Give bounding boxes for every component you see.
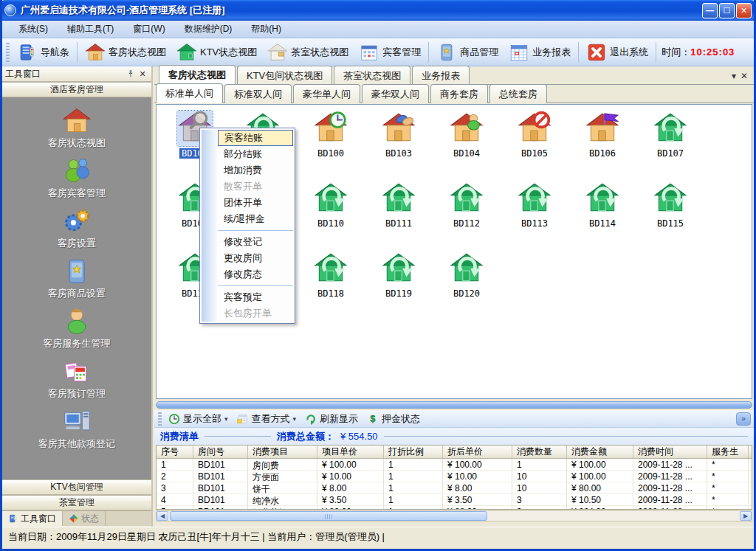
scrollbar-thumb[interactable]	[170, 511, 487, 521]
toolbar-button-house-green[interactable]: KTV状态视图	[171, 41, 262, 64]
table-cell: ¥ 88.00	[317, 506, 384, 510]
table-row[interactable]: 3BD101饼干¥ 8.001¥ 8.0010¥ 80.002009-11-28…	[157, 482, 752, 494]
toolbar-button-house-white[interactable]: 茶室状态视图	[262, 41, 354, 64]
tab-业务报表[interactable]: 业务报表	[412, 66, 470, 85]
column-header-2[interactable]: 消费项目	[248, 446, 317, 458]
room-BD112[interactable]: BD112	[433, 179, 501, 249]
sidebar-group-ktv[interactable]: KTV包间管理	[2, 479, 151, 495]
menu-item-4[interactable]: 帮助(H)	[242, 21, 290, 38]
room-BD120[interactable]: BD120	[433, 249, 501, 319]
column-header-4[interactable]: 打折比例	[384, 446, 443, 458]
toolbar-button-exit[interactable]: 退出系统	[581, 41, 653, 64]
sidebar-group-tearoom[interactable]: 茶室管理	[2, 495, 151, 510]
pin-icon[interactable]	[125, 69, 137, 80]
table-cell: ¥ 88.00	[443, 506, 512, 510]
close-icon[interactable]: ✕	[137, 69, 148, 80]
context-menu-item-4[interactable]: 团体开单	[218, 195, 293, 211]
toolbar-button-report[interactable]: 业务报表	[504, 41, 576, 64]
toolbar-button-goods[interactable]: 商品管理	[431, 41, 504, 64]
context-menu-item-8[interactable]: 更改房间	[218, 250, 293, 266]
table-cell: *	[707, 471, 749, 482]
sidebar-bottom-tab-0[interactable]: 工具窗口	[2, 511, 63, 526]
menu-item-1[interactable]: 辅助工具(T)	[58, 21, 123, 38]
menu-item-3[interactable]: 数据维护(D)	[176, 21, 241, 38]
column-header-6[interactable]: 消费数量	[512, 446, 567, 458]
column-header-8[interactable]: 消费时间	[633, 446, 707, 458]
room-type-tab-5[interactable]: 总统套房	[489, 84, 547, 103]
sidebar-item-6[interactable]: 客房预订管理	[48, 357, 106, 401]
room-type-tab-2[interactable]: 豪华单人间	[293, 84, 360, 103]
room-BD115[interactable]: BD115	[636, 179, 704, 249]
toolbar-gripper[interactable]	[6, 43, 10, 62]
context-menu-item-7[interactable]: 修改登记	[218, 234, 293, 250]
sidebar-item-2[interactable]: 客房宾客管理	[48, 156, 106, 200]
bottom-toolbar-button-3[interactable]: $押金状态	[362, 411, 425, 427]
column-header-3[interactable]: 项目单价	[317, 446, 384, 458]
sidebar-group-hotel-rooms[interactable]: 酒店客房管理	[2, 82, 151, 97]
toolbar-button-calendar[interactable]: 宾客管理	[354, 41, 426, 64]
menu-item-2[interactable]: 窗口(W)	[124, 21, 173, 38]
column-header-5[interactable]: 折后单价	[443, 446, 512, 458]
context-menu-item-11[interactable]: 宾客预定	[218, 289, 293, 305]
room-panel-hscrollbar[interactable]	[156, 401, 752, 409]
tab-客房状态视图[interactable]: 客房状态视图	[159, 65, 236, 85]
close-button[interactable]: ✕	[736, 3, 752, 18]
sidebar-item-7[interactable]: 客房其他款项登记	[38, 407, 115, 451]
toolbar-overflow-button[interactable]: »	[736, 412, 751, 426]
toolbar-button-house-red[interactable]: 客房状态视图	[80, 41, 171, 64]
table-row[interactable]: 1BD101房间费¥ 100.001¥ 100.001¥ 100.002009-…	[157, 459, 752, 471]
toolbar-button-label: 客房状态视图	[109, 46, 166, 59]
room-type-tab-0[interactable]: 标准单人间	[156, 83, 223, 103]
exit-icon	[586, 42, 607, 63]
column-header-1[interactable]: 房间号	[193, 446, 248, 458]
scroll-right-icon[interactable]: ▶	[740, 511, 752, 521]
tab-茶室状态视图[interactable]: 茶室状态视图	[334, 66, 410, 85]
bottom-toolbar-button-1[interactable]: 查看方式▾	[233, 411, 301, 427]
room-type-tab-4[interactable]: 商务套房	[430, 84, 488, 103]
maximize-button[interactable]: ☐	[719, 3, 735, 18]
scroll-left-icon[interactable]: ◀	[157, 511, 168, 521]
room-BD103[interactable]: BD103	[365, 109, 433, 179]
divider	[205, 436, 271, 437]
context-menu-item-2[interactable]: 增加消费	[218, 162, 293, 179]
room-type-tab-3[interactable]: 豪华双人间	[362, 84, 429, 103]
toolbar-gripper[interactable]	[158, 412, 162, 426]
tab-KTV包间状态视图[interactable]: KTV包间状态视图	[237, 66, 332, 85]
column-header-0[interactable]: 序号	[157, 446, 193, 458]
minimize-button[interactable]: —	[702, 3, 718, 18]
sidebar-bottom-tab-1[interactable]: 状态	[63, 511, 106, 526]
room-type-tab-1[interactable]: 标准双人间	[224, 84, 292, 103]
table-row[interactable]: 4BD101纯净水¥ 3.501¥ 3.503¥ 10.502009-11-28…	[157, 494, 752, 506]
table-row[interactable]: 5BD101红葡萄酒¥ 88.001¥ 88.003¥ 264.002009-1…	[157, 506, 752, 510]
context-menu-item-9[interactable]: 修改房态	[218, 266, 293, 283]
bottom-toolbar-button-0[interactable]: 显示全部▾	[164, 411, 233, 427]
table-row[interactable]: 2BD101方便面¥ 10.001¥ 10.0010¥ 100.002009-1…	[157, 471, 752, 482]
room-BD106[interactable]: BD106	[568, 109, 636, 179]
context-menu-item-1[interactable]: 部分结账	[218, 146, 293, 162]
sidebar-item-5[interactable]: 客房服务生管理	[44, 307, 111, 350]
room-BD104[interactable]: BD104	[433, 109, 501, 179]
context-menu-item-5[interactable]: 续/退押金	[218, 211, 293, 227]
room-BD110[interactable]: BD110	[297, 179, 365, 249]
table-hscrollbar[interactable]: ◀ ▶	[156, 510, 752, 521]
toolbar-button-navigator[interactable]: 导航条	[12, 41, 75, 64]
room-BD111[interactable]: BD111	[365, 179, 433, 249]
sidebar-item-label: 客房预订管理	[48, 387, 106, 401]
column-header-7[interactable]: 消费金额	[567, 446, 633, 458]
room-BD118[interactable]: BD118	[297, 249, 365, 319]
sidebar-item-3[interactable]: 客房设置	[58, 207, 96, 250]
column-header-9[interactable]: 服务生	[707, 446, 749, 458]
sidebar-item-1[interactable]: 客房状态视图	[48, 106, 106, 150]
room-BD113[interactable]: BD113	[501, 179, 568, 249]
room-BD119[interactable]: BD119	[365, 249, 433, 319]
room-BD100[interactable]: BD100	[297, 109, 365, 179]
room-BD105[interactable]: BD105	[501, 109, 568, 179]
bottom-toolbar-button-2[interactable]: 刷新显示	[300, 411, 362, 427]
menu-item-0[interactable]: 系统(S)	[10, 21, 57, 38]
context-menu-item-0[interactable]: 宾客结账	[218, 130, 293, 146]
room-BD114[interactable]: BD114	[568, 179, 636, 249]
tab-dropdown-icon[interactable]: ▾	[732, 71, 736, 81]
room-BD107[interactable]: BD107	[636, 109, 704, 179]
tab-close-icon[interactable]: ✕	[740, 71, 748, 81]
sidebar-item-4[interactable]: 客房商品设置	[48, 257, 106, 300]
